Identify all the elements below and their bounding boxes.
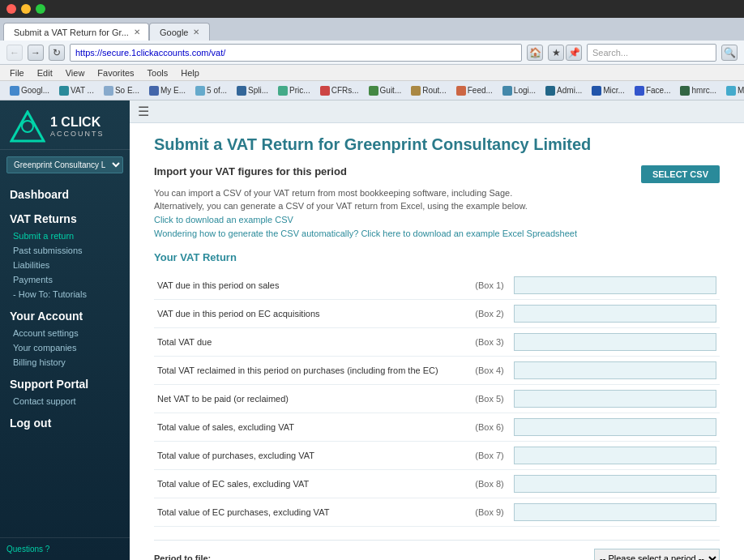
logout-title[interactable]: Log out	[6, 408, 123, 433]
vat-table-row: VAT due in this period on sales (Box 1)	[154, 271, 720, 300]
bookmark-1[interactable]: VAT ...	[56, 84, 97, 97]
sidebar-item-billing-history[interactable]: Billing history	[6, 355, 123, 370]
company-selector: Greenprint Consultancy Li	[0, 150, 130, 180]
period-to-file-select[interactable]: -- Please select a period --	[594, 549, 720, 560]
period-to-file-label: Period to file:	[154, 554, 316, 560]
sidebar-item-liabilities[interactable]: Liabilities	[6, 258, 123, 272]
title-bar	[0, 0, 744, 18]
vat-row-box-8: (Box 9)	[465, 498, 511, 527]
vat-row-input-0[interactable]	[514, 276, 716, 294]
import-text-1: You can import a CSV of your VAT return …	[154, 188, 720, 198]
sidebar-item-your-companies[interactable]: Your companies	[6, 340, 123, 355]
menu-file[interactable]: File	[3, 68, 31, 78]
vat-row-input-cell-3	[511, 357, 720, 385]
vat-row-input-2[interactable]	[514, 333, 716, 351]
vat-returns-title[interactable]: VAT Returns	[6, 204, 123, 229]
bookmark-14[interactable]: Face...	[631, 84, 674, 97]
pin-button[interactable]: 📌	[566, 45, 582, 61]
bookmark-0[interactable]: Googl...	[6, 84, 53, 97]
vat-row-input-4[interactable]	[514, 390, 716, 408]
vat-row-label-4: Net VAT to be paid (or reclaimed)	[154, 385, 465, 413]
sidebar-item-tutorials[interactable]: - How To: Tutorials	[6, 287, 123, 301]
vat-row-box-6: (Box 7)	[465, 442, 511, 470]
vat-row-label-1: VAT due in this period on EC acquisition…	[154, 300, 465, 328]
vat-row-box-1: (Box 2)	[465, 300, 511, 328]
menu-edit[interactable]: Edit	[31, 68, 59, 78]
bookmark-2[interactable]: So E...	[100, 84, 143, 97]
bookmark-3[interactable]: My E...	[146, 84, 189, 97]
select-csv-button[interactable]: SELECT CSV	[641, 165, 720, 183]
sidebar: 1 CLICK ACCOUNTS Greenprint Consultancy …	[0, 100, 130, 560]
vat-table-row: Total VAT reclaimed in this period on pu…	[154, 357, 720, 385]
vat-row-label-3: Total VAT reclaimed in this period on pu…	[154, 357, 465, 385]
address-bar[interactable]: https://secure.1clickaccounts.com/vat/	[70, 44, 522, 62]
vat-row-input-1[interactable]	[514, 305, 716, 323]
vat-table-row: Net VAT to be paid (or reclaimed) (Box 5…	[154, 385, 720, 413]
tab-vat-close[interactable]: ✕	[134, 28, 140, 36]
vat-table-row: Total value of sales, excluding VAT (Box…	[154, 413, 720, 442]
sidebar-item-past-submissions[interactable]: Past submissions	[6, 243, 123, 258]
sidebar-item-submit-return[interactable]: Submit a return	[6, 229, 123, 243]
vat-table-row: Total value of EC purchases, excluding V…	[154, 498, 720, 527]
vat-row-input-8[interactable]	[514, 503, 716, 521]
vat-row-label-7: Total value of EC sales, excluding VAT	[154, 470, 465, 498]
vat-row-input-5[interactable]	[514, 418, 716, 436]
vat-row-input-7[interactable]	[514, 475, 716, 493]
bookmark-9[interactable]: Rout...	[408, 84, 449, 97]
vat-row-box-7: (Box 8)	[465, 470, 511, 498]
sidebar-nav: Dashboard VAT Returns Submit a return Pa…	[0, 180, 130, 433]
vat-table-row: Total value of purchases, excluding VAT …	[154, 442, 720, 470]
tab-google[interactable]: Google ✕	[149, 23, 210, 41]
maximize-btn[interactable]	[36, 4, 45, 14]
vat-row-label-5: Total value of sales, excluding VAT	[154, 413, 465, 442]
bookmark-13[interactable]: Micr...	[588, 84, 628, 97]
tab-google-close[interactable]: ✕	[193, 28, 199, 36]
bookmark-16[interactable]: Memp...	[723, 84, 744, 97]
bookmark-8[interactable]: Guit...	[366, 84, 405, 97]
back-button[interactable]: ←	[6, 45, 23, 61]
sidebar-item-contact-support[interactable]: Contact support	[6, 394, 123, 408]
bookmark-15[interactable]: hmrc...	[677, 84, 720, 97]
vat-row-input-cell-4	[511, 385, 720, 413]
nav-bar: ← → ↻ https://secure.1clickaccounts.com/…	[0, 41, 744, 65]
menu-tools[interactable]: Tools	[141, 68, 175, 78]
vat-return-section: Your VAT Return VAT due in this period o…	[154, 251, 720, 560]
period-to-file-row: Period to file: -- Please select a perio…	[154, 549, 720, 560]
import-title: Import your VAT figures for this period	[154, 165, 347, 177]
content-area: ☰ Submit a VAT Return for Greenprint Con…	[130, 100, 744, 560]
home-button[interactable]: 🏠	[527, 45, 543, 61]
bookmark-4[interactable]: 5 of...	[192, 84, 230, 97]
bookmark-12[interactable]: Admi...	[542, 84, 585, 97]
forward-button[interactable]: →	[28, 45, 44, 61]
refresh-button[interactable]: ↻	[49, 45, 65, 61]
search-bar[interactable]: Search...	[587, 44, 716, 62]
vat-row-input-cell-8	[511, 498, 720, 527]
vat-row-input-3[interactable]	[514, 361, 716, 379]
vat-row-input-cell-5	[511, 413, 720, 442]
menu-view[interactable]: View	[59, 68, 92, 78]
questions-link[interactable]: Questions ?	[6, 545, 49, 554]
menu-help[interactable]: Help	[174, 68, 206, 78]
hamburger-icon[interactable]: ☰	[138, 104, 149, 119]
address-text: https://secure.1clickaccounts.com/vat/	[75, 48, 225, 58]
bookmark-6[interactable]: Pric...	[275, 84, 314, 97]
bookmark-5[interactable]: Spli...	[233, 84, 272, 97]
minimize-btn[interactable]	[21, 4, 31, 14]
import-link-2[interactable]: Wondering how to generate the CSV automa…	[154, 229, 720, 238]
bookmark-11[interactable]: Logi...	[499, 84, 539, 97]
search-go-button[interactable]: 🔍	[721, 45, 738, 61]
company-dropdown[interactable]: Greenprint Consultancy Li	[6, 156, 123, 173]
dashboard-title[interactable]: Dashboard	[6, 180, 123, 204]
sidebar-item-payments[interactable]: Payments	[6, 272, 123, 287]
bookmark-7[interactable]: CFRs...	[317, 84, 362, 97]
tab-vat[interactable]: Submit a VAT Return for Gr... ✕	[3, 23, 149, 41]
import-link-1[interactable]: Click to download an example CSV	[154, 215, 293, 224]
menu-favorites[interactable]: Favorites	[91, 68, 140, 78]
close-btn[interactable]	[6, 4, 16, 14]
sidebar-item-account-settings[interactable]: Account settings	[6, 326, 123, 340]
bookmark-10[interactable]: Feed...	[453, 84, 496, 97]
favorites-button[interactable]: ★	[548, 45, 564, 61]
vat-row-input-cell-0	[511, 271, 720, 300]
vat-row-input-6[interactable]	[514, 447, 716, 464]
main-layout: 1 CLICK ACCOUNTS Greenprint Consultancy …	[0, 100, 744, 560]
